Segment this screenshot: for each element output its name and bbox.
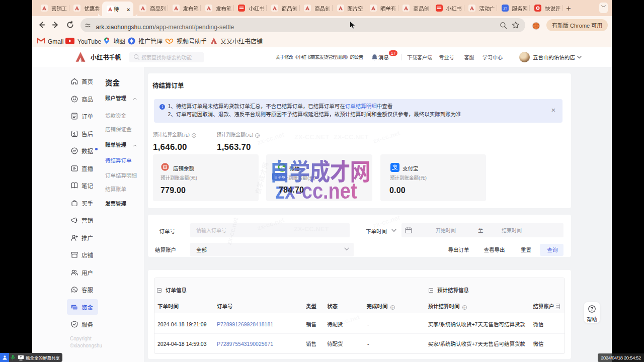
svg-text:ZT: ZT (503, 7, 507, 11)
